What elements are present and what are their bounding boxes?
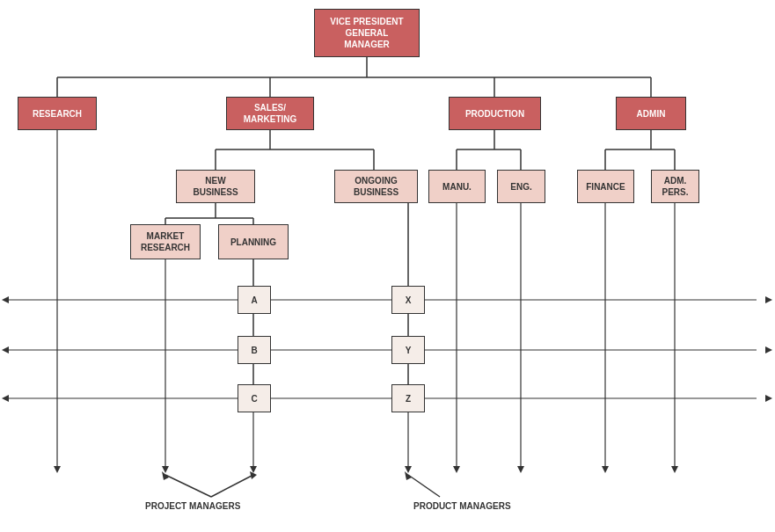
svg-marker-38 — [54, 466, 61, 473]
box-c-label: C — [251, 393, 257, 404]
admin-box: ADMIN — [616, 97, 686, 130]
production-label: PRODUCTION — [465, 108, 524, 120]
adm-pers-box: ADM.PERS. — [651, 170, 699, 203]
box-x-label: X — [406, 295, 412, 306]
box-c: C — [238, 384, 271, 412]
admin-label: ADMIN — [637, 108, 666, 120]
box-z-label: Z — [406, 393, 411, 404]
vp-box: VICE PRESIDENT GENERAL MANAGER — [314, 9, 420, 57]
svg-marker-48 — [517, 466, 524, 473]
research-label: RESEARCH — [33, 108, 82, 120]
svg-line-55 — [165, 475, 211, 497]
eng-label: ENG. — [510, 181, 531, 193]
svg-marker-29 — [2, 296, 9, 303]
research-box: RESEARCH — [18, 97, 97, 130]
svg-marker-33 — [765, 346, 772, 353]
market-research-label: MARKETRESEARCH — [141, 230, 190, 253]
new-business-label: NEWBUSINESS — [193, 175, 238, 198]
sales-label: SALES/MARKETING — [244, 102, 297, 125]
svg-marker-52 — [671, 466, 678, 473]
svg-marker-30 — [765, 296, 772, 303]
svg-marker-50 — [602, 466, 609, 473]
svg-marker-42 — [250, 466, 257, 473]
svg-marker-40 — [162, 466, 169, 473]
box-x: X — [391, 286, 425, 314]
box-z: Z — [391, 384, 425, 412]
ongoing-business-label: ONGOINGBUSINESS — [354, 175, 398, 198]
connecting-lines — [0, 0, 775, 532]
planning-label: PLANNING — [230, 237, 276, 248]
box-b-label: B — [251, 345, 257, 356]
production-box: PRODUCTION — [449, 97, 541, 130]
adm-pers-label: ADM.PERS. — [662, 175, 688, 198]
project-managers-label: PROJECT MANAGERS — [145, 501, 240, 511]
product-managers-label: PRODUCT MANAGERS — [413, 501, 511, 511]
planning-box: PLANNING — [218, 224, 289, 259]
svg-marker-46 — [453, 466, 460, 473]
svg-marker-54 — [250, 471, 257, 479]
svg-line-53 — [211, 475, 253, 497]
box-y: Y — [391, 336, 425, 364]
box-a-label: A — [251, 295, 257, 306]
box-b: B — [238, 336, 271, 364]
new-business-box: NEWBUSINESS — [176, 170, 255, 203]
svg-marker-35 — [2, 395, 9, 402]
vp-label: VICE PRESIDENT GENERAL MANAGER — [330, 16, 403, 50]
svg-marker-56 — [162, 471, 169, 480]
sales-box: SALES/MARKETING — [226, 97, 314, 130]
box-a: A — [238, 286, 271, 314]
svg-marker-32 — [2, 346, 9, 353]
eng-box: ENG. — [497, 170, 545, 203]
svg-marker-36 — [765, 395, 772, 402]
market-research-box: MARKETRESEARCH — [130, 224, 201, 259]
org-chart: VICE PRESIDENT GENERAL MANAGER RESEARCH … — [0, 0, 775, 532]
finance-label: FINANCE — [586, 181, 625, 193]
svg-line-57 — [408, 475, 440, 497]
finance-box: FINANCE — [577, 170, 634, 203]
svg-marker-44 — [405, 466, 412, 473]
manu-label: MANU. — [442, 181, 472, 193]
manu-box: MANU. — [428, 170, 486, 203]
svg-marker-58 — [405, 471, 412, 480]
box-y-label: Y — [406, 345, 412, 356]
ongoing-business-box: ONGOINGBUSINESS — [334, 170, 418, 203]
